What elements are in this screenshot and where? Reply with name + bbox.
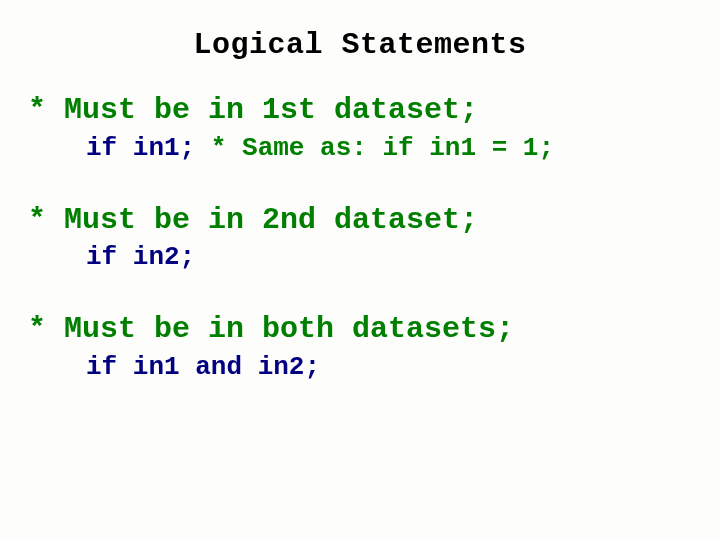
statement-text: if in1;: [86, 133, 195, 163]
code-block-3: * Must be in both datasets; if in1 and i…: [28, 309, 692, 385]
code-block-2: * Must be in 2nd dataset; if in2;: [28, 200, 692, 276]
statement-line: if in1 and in2;: [28, 350, 692, 385]
inline-comment-text: * Same as: if in1 = 1;: [195, 133, 554, 163]
statement-text: if in1 and in2;: [86, 352, 320, 382]
slide-title: Logical Statements: [28, 28, 692, 62]
comment-text: * Must be in both datasets;: [28, 312, 514, 346]
slide: Logical Statements * Must be in 1st data…: [0, 0, 720, 540]
statement-line: if in2;: [28, 240, 692, 275]
comment-line: * Must be in 1st dataset;: [28, 90, 692, 131]
comment-line: * Must be in 2nd dataset;: [28, 200, 692, 241]
comment-text: * Must be in 1st dataset;: [28, 93, 478, 127]
comment-line: * Must be in both datasets;: [28, 309, 692, 350]
statement-line: if in1; * Same as: if in1 = 1;: [28, 131, 692, 166]
comment-text: * Must be in 2nd dataset;: [28, 203, 478, 237]
statement-text: if in2;: [86, 242, 195, 272]
code-block-1: * Must be in 1st dataset; if in1; * Same…: [28, 90, 692, 166]
